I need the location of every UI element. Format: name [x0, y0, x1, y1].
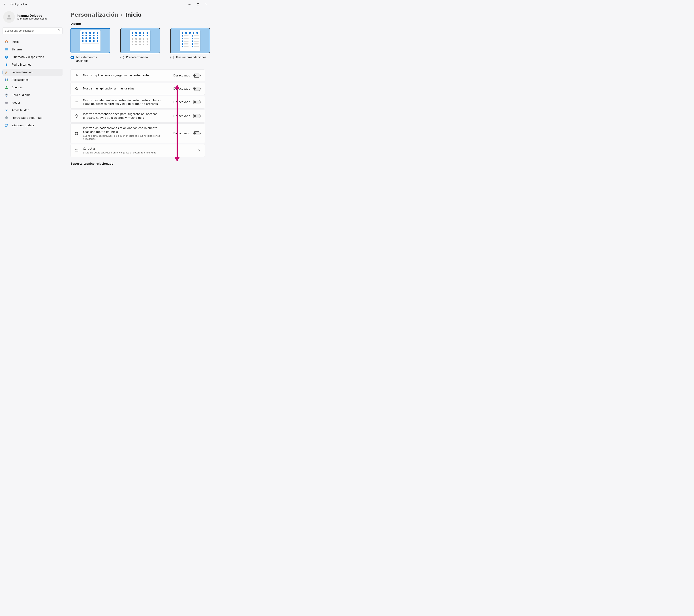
setting-recent-apps: Mostrar aplicaciones agregadas recientem… — [71, 69, 205, 82]
chevron-right-icon — [197, 149, 201, 152]
sidebar-item-label: Windows Update — [12, 124, 34, 127]
app-title: Configuración — [11, 3, 27, 6]
sidebar-item-label: Bluetooth y dispositivos — [12, 55, 44, 59]
radio-default[interactable] — [121, 56, 124, 59]
svg-rect-9 — [7, 79, 8, 80]
breadcrumb: Personalización › Inicio — [71, 12, 205, 18]
setting-subtitle: Estas carpetas aparecen en Inicio junto … — [83, 151, 193, 155]
svg-point-3 — [58, 30, 60, 31]
list-icon — [75, 100, 79, 104]
sidebar-item-label: Accesibilidad — [12, 109, 29, 112]
svg-rect-10 — [5, 80, 6, 81]
sidebar-item-label: Juegos — [12, 101, 21, 104]
layout-thumb-more-pins — [71, 28, 110, 53]
toggle-state: Desactivado — [173, 132, 190, 135]
search-box[interactable] — [2, 28, 62, 34]
download-icon — [75, 74, 79, 77]
svg-point-15 — [6, 103, 6, 103]
toggle-recommendations[interactable] — [193, 114, 201, 118]
sidebar-item-cuentas[interactable]: Cuentas — [2, 84, 62, 91]
sidebar-item-label: Red e Internet — [12, 63, 31, 66]
sidebar-item-bluetooth[interactable]: Bluetooth y dispositivos — [2, 54, 62, 61]
sidebar-item-update[interactable]: Windows Update — [2, 122, 62, 129]
bulb-icon — [75, 114, 79, 118]
setting-title: Mostrar recomendaciones para sugerencias… — [83, 112, 169, 120]
time-icon — [5, 93, 8, 97]
search-input[interactable] — [2, 28, 62, 34]
setting-title: Mostrar aplicaciones agregadas recientem… — [83, 74, 169, 77]
layout-option-more-pins[interactable]: Más elementos anclados — [71, 28, 110, 63]
setting-subtitle: Cuando está desactivado, se siguen mostr… — [83, 134, 169, 141]
system-icon — [5, 48, 8, 51]
toggle-most-used[interactable] — [193, 87, 201, 91]
sidebar-item-juegos[interactable]: Juegos — [2, 99, 62, 106]
setting-title: Mostrar los elementos abiertos recientem… — [83, 98, 169, 106]
layout-thumb-more-recs — [170, 28, 210, 53]
sidebar-item-sistema[interactable]: Sistema — [2, 46, 62, 53]
svg-point-17 — [6, 109, 7, 110]
apps-icon — [5, 78, 8, 82]
layout-option-more-recs[interactable]: Más recomendaciones — [170, 28, 210, 63]
personalization-icon — [5, 71, 8, 74]
minimize-button[interactable] — [185, 1, 194, 7]
setting-most-used: Mostrar las aplicaciones más usadas Desa… — [71, 83, 205, 95]
svg-rect-14 — [5, 102, 8, 104]
svg-point-2 — [8, 15, 10, 17]
wifi-icon — [5, 63, 8, 67]
profile-name: Juanma Delgado — [17, 14, 47, 17]
toggle-state: Desactivado — [173, 74, 190, 77]
layout-thumb-default — [121, 28, 160, 53]
svg-point-19 — [77, 132, 78, 133]
toggle-account-notifs[interactable] — [193, 131, 201, 135]
sidebar-item-red[interactable]: Red e Internet — [2, 61, 62, 68]
toggle-recent-apps[interactable] — [193, 74, 201, 77]
accounts-icon — [5, 86, 8, 89]
avatar — [3, 11, 15, 23]
layout-options: Más elementos anclados — [71, 28, 205, 63]
radio-more-recs[interactable] — [170, 56, 174, 59]
sidebar-item-label: Aplicaciones — [12, 78, 29, 81]
sidebar-item-label: Privacidad y seguridad — [12, 116, 42, 120]
maximize-button[interactable] — [194, 1, 202, 7]
svg-point-7 — [6, 66, 7, 66]
sidebar-item-inicio[interactable]: Inicio — [2, 38, 62, 46]
bluetooth-icon — [5, 55, 8, 59]
toggle-state: Desactivado — [173, 101, 190, 104]
profile-email: juanmatek@outlook.com — [17, 17, 47, 20]
home-icon — [5, 40, 8, 44]
close-button[interactable] — [202, 1, 210, 7]
accessibility-icon — [5, 108, 8, 112]
window-controls — [185, 1, 210, 7]
sidebar: Juanma Delgado juanmatek@outlook.com Ini… — [0, 9, 65, 186]
layout-option-default[interactable]: Predeterminado — [121, 28, 160, 63]
sidebar-item-personalizacion[interactable]: Personalización — [2, 69, 62, 76]
svg-point-16 — [7, 103, 7, 103]
sidebar-item-privacidad[interactable]: Privacidad y seguridad — [2, 114, 62, 122]
profile-block[interactable]: Juanma Delgado juanmatek@outlook.com — [2, 11, 62, 23]
svg-rect-18 — [75, 132, 78, 135]
setting-title: Carpetas — [83, 147, 193, 151]
radio-more-pins[interactable] — [71, 56, 74, 59]
radio-label: Predeterminado — [126, 55, 148, 59]
sidebar-item-label: Hora e idioma — [12, 93, 31, 97]
radio-label: Más elementos anclados — [76, 55, 108, 63]
sidebar-item-label: Cuentas — [12, 86, 23, 89]
sidebar-item-aplicaciones[interactable]: Aplicaciones — [2, 76, 62, 84]
sidebar-item-hora[interactable]: Hora e idioma — [2, 91, 62, 99]
privacy-icon — [5, 116, 8, 120]
main-content: Personalización › Inicio Diseño — [65, 9, 210, 186]
games-icon — [5, 101, 8, 105]
setting-folders[interactable]: Carpetas Estas carpetas aparecen en Inic… — [71, 144, 205, 157]
update-icon — [5, 124, 8, 127]
setting-title: Mostrar las notificaciones relacionadas … — [83, 126, 169, 134]
sidebar-item-label: Sistema — [12, 48, 22, 51]
toggle-state: Desactivado — [173, 87, 190, 90]
sidebar-item-accesibilidad[interactable]: Accesibilidad — [2, 107, 62, 114]
back-button[interactable] — [2, 2, 7, 6]
svg-rect-1 — [197, 3, 199, 5]
toggle-recent-items[interactable] — [193, 100, 201, 104]
setting-recommendations: Mostrar recomendaciones para sugerencias… — [71, 110, 205, 123]
svg-point-6 — [5, 56, 8, 59]
breadcrumb-parent[interactable]: Personalización — [71, 12, 118, 18]
svg-rect-8 — [5, 79, 6, 80]
